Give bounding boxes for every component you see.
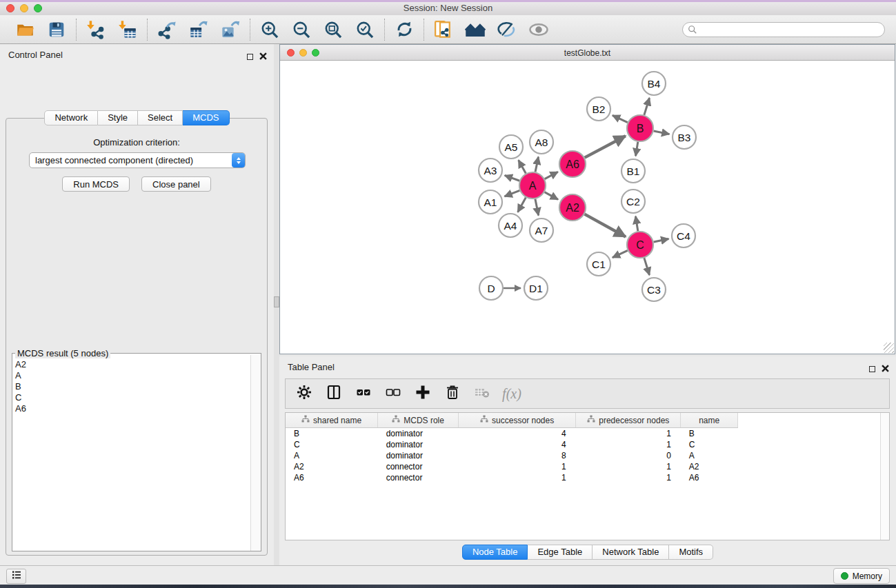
tab-motifs[interactable]: Motifs <box>669 545 713 560</box>
delete-columns-button[interactable] <box>442 383 463 404</box>
graph-node-A1[interactable]: A1 <box>479 190 502 214</box>
zoom-out-button[interactable] <box>288 18 315 41</box>
zoom-fit-button[interactable] <box>320 18 346 41</box>
divider-handle[interactable] <box>274 296 279 307</box>
table-cell[interactable]: connector <box>378 461 459 472</box>
table-cell[interactable]: 1 <box>576 472 681 483</box>
tab-network[interactable]: Network <box>44 110 98 125</box>
table-row[interactable]: A6connector11A6 <box>286 472 889 483</box>
graph-node-C[interactable]: C <box>627 232 653 258</box>
panel-divider[interactable] <box>274 44 279 565</box>
table-cell[interactable]: 0 <box>576 450 681 461</box>
graph-node-C4[interactable]: C4 <box>672 224 695 247</box>
graph-node-B[interactable]: B <box>627 115 653 141</box>
tab-node-table[interactable]: Node Table <box>462 545 528 560</box>
run-mcds-button[interactable]: Run MCDS <box>62 176 130 192</box>
table-cell[interactable]: C <box>681 439 738 450</box>
select-all-button[interactable] <box>353 383 374 404</box>
table-row[interactable]: Bdominator41B <box>286 428 889 440</box>
graph-node-A7[interactable]: A7 <box>530 219 553 242</box>
table-cell[interactable]: 4 <box>459 428 576 440</box>
table-cell[interactable]: A6 <box>681 472 738 483</box>
column-header-name[interactable]: name <box>681 413 738 428</box>
graph-node-A5[interactable]: A5 <box>499 135 523 159</box>
zoom-selected-button[interactable] <box>352 18 378 41</box>
criterion-dropdown[interactable]: largest connected component (directed) <box>29 152 246 168</box>
table-row[interactable]: A2connector11A2 <box>286 461 889 472</box>
graph-node-A2[interactable]: A2 <box>559 194 586 221</box>
graph-node-B4[interactable]: B4 <box>642 72 666 95</box>
float-panel-icon[interactable] <box>247 54 253 60</box>
resize-grip-icon[interactable] <box>884 343 894 353</box>
mcds-result-scrollbar[interactable] <box>250 355 261 551</box>
table-row[interactable]: Cdominator41C <box>286 439 889 450</box>
tab-style[interactable]: Style <box>98 110 138 125</box>
table-cell[interactable]: A <box>286 450 378 461</box>
float-table-panel-icon[interactable] <box>869 366 875 372</box>
graph-node-A4[interactable]: A4 <box>499 214 522 237</box>
mcds-result-item[interactable]: A <box>15 370 251 381</box>
mcds-result-item[interactable]: A2 <box>15 359 251 370</box>
table-cell[interactable]: 4 <box>459 439 576 450</box>
open-session-button[interactable] <box>12 18 38 41</box>
ndex-home-button[interactable] <box>462 18 488 41</box>
mcds-result-item[interactable]: C <box>15 392 251 403</box>
table-cell[interactable]: connector <box>378 472 459 483</box>
graph-node-A3[interactable]: A3 <box>479 159 502 182</box>
tab-select[interactable]: Select <box>138 110 183 125</box>
graph-node-A8[interactable]: A8 <box>530 130 553 154</box>
graph-node-C3[interactable]: C3 <box>642 278 666 301</box>
table-settings-button[interactable] <box>294 383 315 404</box>
table-cell[interactable]: C <box>286 439 378 450</box>
graph-node-C1[interactable]: C1 <box>587 252 610 276</box>
tab-mcds[interactable]: MCDS <box>183 110 229 125</box>
table-cell[interactable]: 8 <box>459 450 576 461</box>
table-scrollbar[interactable] <box>880 413 889 540</box>
close-panel-icon[interactable] <box>259 50 267 63</box>
show-columns-button[interactable] <box>323 383 344 404</box>
export-network-button[interactable] <box>154 18 180 41</box>
hide-panels-button[interactable] <box>494 18 520 41</box>
column-header-successor-nodes[interactable]: successor nodes <box>459 413 576 428</box>
network-window-titlebar[interactable]: testGlobe.txt <box>280 45 895 61</box>
table-cell[interactable]: 1 <box>576 439 681 450</box>
table-row[interactable]: Adominator80A <box>286 450 889 461</box>
memory-button[interactable]: Memory <box>833 568 890 584</box>
table-cell[interactable]: 1 <box>459 461 576 472</box>
tab-network-table[interactable]: Network Table <box>593 545 669 560</box>
table-cell[interactable]: A2 <box>681 461 738 472</box>
column-header-predecessor-nodes[interactable]: predecessor nodes <box>576 413 681 428</box>
table-cell[interactable]: 1 <box>576 428 681 440</box>
unselect-all-button[interactable] <box>383 383 404 404</box>
graph-node-C2[interactable]: C2 <box>621 190 645 213</box>
table-cell[interactable]: 1 <box>459 472 576 483</box>
graph-node-B2[interactable]: B2 <box>587 97 610 121</box>
delete-table-button[interactable] <box>472 383 492 404</box>
table-cell[interactable]: A6 <box>286 472 378 483</box>
table-cell[interactable]: B <box>681 428 738 440</box>
network-canvas[interactable]: B4B2BB3A8A5A6A3B1AA1C2A2A4A7C4CC1DD1C3 <box>281 61 894 353</box>
graph-node-A[interactable]: A <box>519 172 546 199</box>
refresh-styles-button[interactable] <box>391 18 417 41</box>
function-builder-button[interactable]: f(x) <box>501 383 522 404</box>
save-session-button[interactable] <box>43 18 70 41</box>
export-image-button[interactable] <box>217 18 243 41</box>
table-cell[interactable]: 1 <box>576 461 681 472</box>
column-header-mcds-role[interactable]: MCDS role <box>378 413 459 428</box>
table-cell[interactable]: dominator <box>378 428 459 440</box>
mcds-result-item[interactable]: A6 <box>15 403 251 414</box>
zoom-in-button[interactable] <box>257 18 283 41</box>
table-cell[interactable]: dominator <box>378 450 459 461</box>
close-panel-button[interactable]: Close panel <box>141 176 211 192</box>
graph-node-B3[interactable]: B3 <box>673 125 696 149</box>
create-column-button[interactable] <box>412 383 433 404</box>
graph-node-D1[interactable]: D1 <box>524 276 548 300</box>
cyndex-browser-button[interactable] <box>430 18 457 41</box>
export-table-button[interactable] <box>186 18 212 41</box>
table-cell[interactable]: dominator <box>378 439 459 450</box>
table-cell[interactable]: A <box>681 450 738 461</box>
import-network-button[interactable] <box>83 18 109 41</box>
close-table-panel-icon[interactable] <box>882 363 889 375</box>
show-panels-button[interactable] <box>526 18 552 41</box>
graph-node-B1[interactable]: B1 <box>621 159 645 183</box>
